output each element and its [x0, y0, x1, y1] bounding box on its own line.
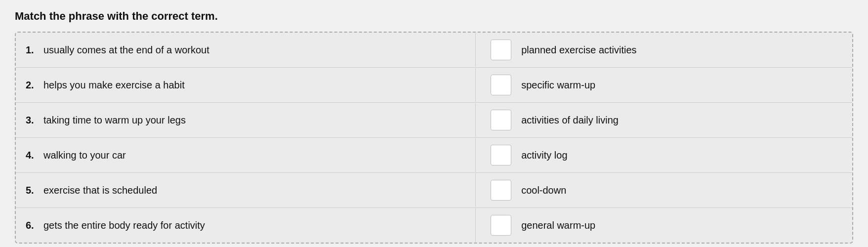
row-number: 6.: [26, 220, 43, 231]
answer-input-box[interactable]: [491, 110, 511, 130]
table-row: 6.gets the entire body ready for activit…: [16, 208, 852, 243]
row-phrase: walking to your car: [43, 150, 126, 161]
answer-term: activities of daily living: [521, 115, 619, 126]
match-table: 1.usually comes at the end of a workoutp…: [15, 32, 853, 244]
answer-term: activity log: [521, 150, 567, 161]
instruction-text: Match the phrase with the correct term.: [15, 10, 218, 23]
table-row: 4.walking to your caractivity log: [16, 138, 852, 173]
row-phrase: gets the entire body ready for activity: [43, 220, 205, 231]
table-row: 1.usually comes at the end of a workoutp…: [16, 33, 852, 68]
answer-input-box[interactable]: [491, 180, 511, 201]
row-number: 5.: [26, 185, 43, 196]
answer-input-box[interactable]: [491, 145, 511, 165]
answer-input-box[interactable]: [491, 40, 511, 60]
row-number: 2.: [26, 80, 43, 91]
table-row: 5.exercise that is scheduledcool-down: [16, 173, 852, 208]
answer-term: specific warm-up: [521, 80, 595, 91]
row-number: 4.: [26, 150, 43, 161]
row-phrase: helps you make exercise a habit: [43, 80, 185, 91]
row-phrase: exercise that is scheduled: [43, 185, 157, 196]
answer-input-box[interactable]: [491, 215, 511, 236]
answer-term: planned exercise activities: [521, 44, 636, 56]
row-number: 1.: [26, 44, 43, 56]
row-phrase: usually comes at the end of a workout: [43, 44, 209, 56]
answer-term: general warm-up: [521, 220, 595, 231]
row-number: 3.: [26, 115, 43, 126]
row-phrase: taking time to warm up your legs: [43, 115, 186, 126]
table-row: 2.helps you make exercise a habitspecifi…: [16, 68, 852, 103]
answer-input-box[interactable]: [491, 75, 511, 95]
answer-term: cool-down: [521, 185, 566, 196]
table-row: 3.taking time to warm up your legsactivi…: [16, 103, 852, 138]
